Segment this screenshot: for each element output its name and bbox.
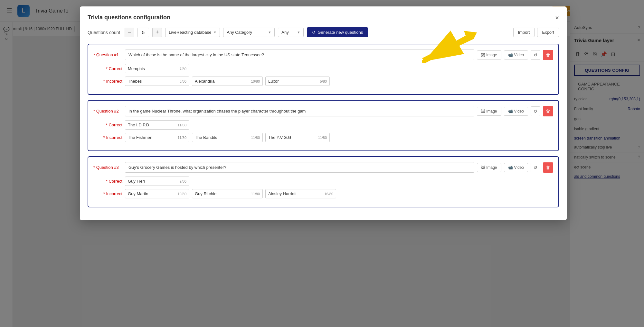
questions-count-row: Questions count − + LiveReacting databas… (88, 27, 559, 37)
incorrect-input-3a[interactable]: 10/80 (125, 189, 189, 198)
import-export-row: Import Export (513, 28, 559, 37)
question-1-refresh-button[interactable]: ↺ (531, 50, 540, 60)
question-1-label: * Question #1 (93, 52, 122, 57)
dropdown-arrow-icon: ▼ (213, 31, 216, 34)
dropdown-arrow-icon-2: ▼ (268, 31, 271, 34)
incorrect-label-3: * Incorrect (93, 191, 122, 196)
correct-label-2: * Correct (93, 123, 122, 127)
modal-header: Trivia questions configuration × (88, 14, 559, 21)
questions-count-label: Questions count (88, 30, 120, 35)
question-card-2: * Question #2 🖼 Image 📹 Video ↺ 🗑 * Corr… (88, 100, 559, 151)
question-2-delete-button[interactable]: 🗑 (543, 106, 553, 116)
question-3-video-button[interactable]: 📹 Video (504, 163, 528, 172)
modal-close-button[interactable]: × (555, 14, 559, 21)
question-3-label: * Question #3 (93, 165, 122, 170)
incorrect-label-2: * Incorrect (93, 135, 122, 140)
question-1-input[interactable] (125, 50, 474, 60)
decrement-count-button[interactable]: − (125, 28, 134, 37)
question-card-3: * Question #3 🖼 Image 📹 Video ↺ 🗑 * Corr… (88, 156, 559, 207)
question-2-incorrect-row: * Incorrect 11/80 11/80 11/80 (93, 133, 553, 142)
question-2-input[interactable] (125, 106, 474, 116)
export-button[interactable]: Export (537, 28, 559, 37)
question-card-1: * Question #1 🖼 Image 📹 Video ↺ 🗑 * Corr… (88, 44, 559, 95)
image-icon: 🖼 (481, 53, 485, 57)
question-3-input[interactable] (125, 162, 474, 173)
dropdown-arrow-icon-3: ▼ (297, 31, 300, 34)
incorrect-input-2a[interactable]: 11/80 (125, 133, 189, 142)
incorrect-input-1b[interactable]: 10/80 (192, 77, 263, 86)
increment-count-button[interactable]: + (152, 28, 162, 37)
video-icon-2: 📹 (508, 109, 513, 114)
incorrect-input-1c[interactable]: 5/80 (265, 77, 330, 86)
question-2-label: * Question #2 (93, 109, 122, 114)
question-1-row: * Question #1 🖼 Image 📹 Video ↺ 🗑 (93, 50, 553, 60)
category-dropdown[interactable]: Any Category ▼ (223, 28, 275, 37)
question-3-refresh-button[interactable]: ↺ (531, 163, 540, 172)
question-3-delete-button[interactable]: 🗑 (543, 162, 553, 173)
trivia-config-modal: Trivia questions configuration × Questio… (80, 6, 567, 220)
incorrect-input-3b[interactable]: 11/80 (192, 189, 263, 198)
question-2-video-button[interactable]: 📹 Video (504, 107, 528, 116)
correct-input-2[interactable]: 11/80 (125, 120, 189, 130)
generate-button[interactable]: ↺ Generate new questions (307, 27, 368, 37)
import-button[interactable]: Import (513, 28, 535, 37)
question-1-incorrect-row: * Incorrect 6/80 10/80 5/80 (93, 77, 553, 86)
question-3-image-button[interactable]: 🖼 Image (477, 163, 501, 172)
incorrect-input-1a[interactable]: 6/80 (125, 77, 189, 86)
incorrect-input-3c[interactable]: 16/80 (265, 189, 336, 198)
question-1-delete-button[interactable]: 🗑 (543, 50, 553, 60)
incorrect-label-1: * Incorrect (93, 79, 122, 84)
modal-title: Trivia questions configuration (88, 14, 170, 21)
question-3-row: * Question #3 🖼 Image 📹 Video ↺ 🗑 (93, 162, 553, 173)
image-icon-3: 🖼 (481, 165, 485, 170)
database-dropdown[interactable]: LiveReacting database ▼ (165, 28, 220, 37)
question-2-row: * Question #2 🖼 Image 📹 Video ↺ 🗑 (93, 106, 553, 116)
video-icon-3: 📹 (508, 165, 513, 170)
refresh-icon: ↺ (312, 30, 316, 35)
correct-label-1: * Correct (93, 66, 122, 71)
question-1-video-button[interactable]: 📹 Video (504, 50, 528, 59)
correct-input-1[interactable]: 7/80 (125, 64, 189, 73)
question-1-correct-row: * Correct 7/80 (93, 64, 553, 73)
video-icon: 📹 (508, 53, 513, 57)
question-3-incorrect-row: * Incorrect 10/80 11/80 16/80 (93, 189, 553, 198)
difficulty-dropdown[interactable]: Any ▼ (278, 28, 304, 37)
question-1-image-button[interactable]: 🖼 Image (477, 50, 501, 59)
question-2-correct-row: * Correct 11/80 (93, 120, 553, 130)
incorrect-input-2b[interactable]: 11/80 (192, 133, 263, 142)
question-3-correct-row: * Correct 9/80 (93, 177, 553, 186)
image-icon-2: 🖼 (481, 109, 485, 114)
incorrect-input-2c[interactable]: 11/80 (265, 133, 330, 142)
correct-label-3: * Correct (93, 179, 122, 184)
question-2-image-button[interactable]: 🖼 Image (477, 107, 501, 116)
count-input[interactable] (137, 28, 149, 37)
question-2-refresh-button[interactable]: ↺ (531, 106, 540, 116)
correct-input-3[interactable]: 9/80 (125, 177, 189, 186)
